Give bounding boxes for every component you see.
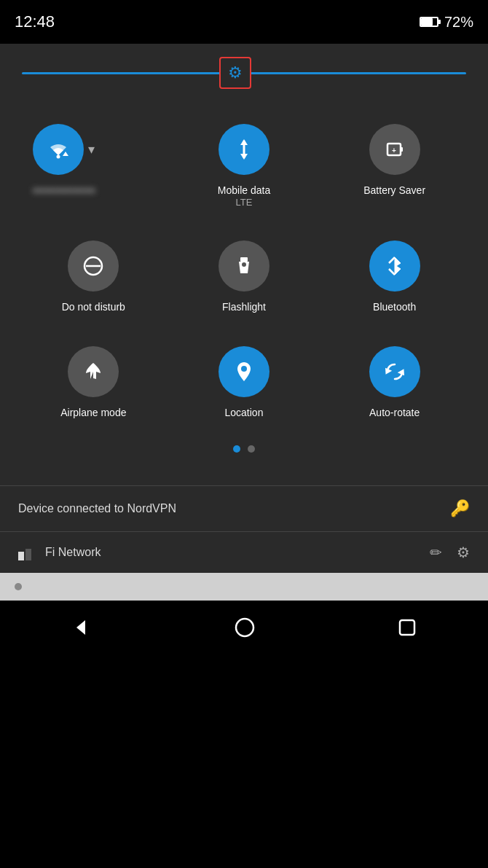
quick-tiles-grid: ▾ ●●●●●●●●●●● Mobile data LTE <box>22 109 466 431</box>
tile-airplane-mode[interactable]: Airplane mode <box>22 332 165 430</box>
svg-rect-8 <box>401 147 403 152</box>
vpn-text: Device connected to NordVPN <box>18 502 176 515</box>
battery-saver-label: Battery Saver <box>363 184 425 197</box>
location-icon <box>231 359 257 385</box>
svg-marker-19 <box>18 552 24 560</box>
fi-network-label: Fi Network <box>45 546 419 559</box>
home-search-dot <box>15 583 22 590</box>
battery-saver-icon-circle: + <box>369 124 420 175</box>
svg-marker-17 <box>382 366 392 375</box>
wifi-ssid: ●●●●●●●●●●● <box>33 185 95 195</box>
brightness-thumb-wrapper: ⚙ <box>219 57 251 89</box>
svg-marker-20 <box>25 549 31 560</box>
bluetooth-icon-circle <box>369 241 420 292</box>
tile-bluetooth[interactable]: Bluetooth <box>323 226 466 324</box>
brightness-thumb[interactable]: ⚙ <box>219 57 251 89</box>
auto-rotate-icon <box>382 359 408 385</box>
location-icon-circle <box>219 346 269 397</box>
airplane-mode-label: Airplane mode <box>60 406 126 419</box>
svg-line-15 <box>389 257 395 263</box>
nav-recents-button[interactable] <box>397 617 417 638</box>
svg-marker-2 <box>63 152 68 156</box>
fi-edit-icon[interactable]: ✏ <box>430 544 442 561</box>
flashlight-label: Flashlight <box>222 300 266 313</box>
status-bar: 12:48 72% <box>0 0 488 44</box>
dnd-label: Do not disturb <box>62 300 125 313</box>
status-right: 72% <box>420 14 473 31</box>
nav-bar <box>0 601 488 655</box>
nav-home-button[interactable] <box>234 617 256 638</box>
svg-text:+: + <box>392 146 396 155</box>
auto-rotate-icon-circle <box>369 346 420 397</box>
vpn-key-icon: 🔑 <box>450 499 470 518</box>
status-time: 12:48 <box>15 12 55 31</box>
svg-point-13 <box>242 262 246 267</box>
battery-saver-icon: + <box>382 136 408 163</box>
wifi-top: ▾ <box>33 124 95 175</box>
svg-line-14 <box>389 269 395 275</box>
fi-settings-icon[interactable]: ⚙ <box>457 544 470 561</box>
brightness-gear-icon: ⚙ <box>228 63 243 82</box>
airplane-mode-icon <box>80 359 106 385</box>
svg-marker-6 <box>240 154 248 160</box>
bluetooth-icon <box>382 253 408 279</box>
location-label: Location <box>225 406 264 419</box>
page-dots <box>22 445 466 453</box>
svg-rect-23 <box>400 620 414 635</box>
airplane-mode-icon-circle <box>68 346 119 397</box>
svg-marker-21 <box>76 620 85 635</box>
svg-marker-18 <box>397 370 406 378</box>
battery-percentage: 72% <box>444 14 473 31</box>
nav-home-icon <box>234 617 256 638</box>
quick-settings-panel: ⚙ ▾ ●●●●●●●● <box>0 44 488 485</box>
auto-rotate-label: Auto-rotate <box>369 406 420 419</box>
tile-auto-rotate[interactable]: Auto-rotate <box>323 332 466 430</box>
page-dot-1[interactable] <box>233 445 240 453</box>
tile-flashlight[interactable]: Flashlight <box>173 226 316 324</box>
brightness-row[interactable]: ⚙ <box>22 58 466 87</box>
wifi-chevron-icon: ▾ <box>88 141 95 157</box>
svg-point-1 <box>57 155 60 159</box>
wifi-icon-circle <box>33 124 84 175</box>
mobile-data-icon-circle <box>219 124 269 175</box>
page-dot-2[interactable] <box>248 445 255 453</box>
tile-mobile-data[interactable]: Mobile data LTE <box>173 109 316 219</box>
fi-actions: ✏ ⚙ <box>430 544 470 561</box>
nav-recents-icon <box>397 617 417 638</box>
bluetooth-label: Bluetooth <box>373 300 416 313</box>
nav-back-button[interactable] <box>71 617 93 638</box>
fi-signal-icon <box>18 544 34 560</box>
dnd-icon-circle <box>68 241 119 292</box>
battery-icon <box>420 17 438 27</box>
svg-rect-12 <box>240 257 248 262</box>
nav-back-icon <box>71 617 93 638</box>
brightness-slider[interactable]: ⚙ <box>22 58 466 87</box>
dnd-icon <box>80 253 106 279</box>
flashlight-icon-circle <box>219 241 269 292</box>
fi-network-row[interactable]: Fi Network ✏ ⚙ <box>0 531 488 573</box>
vpn-notification-row[interactable]: Device connected to NordVPN 🔑 <box>0 485 488 531</box>
svg-point-16 <box>241 366 247 372</box>
svg-point-22 <box>236 619 253 636</box>
mobile-data-icon <box>231 136 257 163</box>
wifi-icon <box>44 136 72 163</box>
tile-do-not-disturb[interactable]: Do not disturb <box>22 226 165 324</box>
mobile-data-sublabel: LTE <box>236 197 253 208</box>
home-search-bar[interactable] <box>0 573 488 601</box>
tile-wifi[interactable]: ▾ ●●●●●●●●●●● <box>22 109 165 219</box>
tile-battery-saver[interactable]: + Battery Saver <box>323 109 466 219</box>
mobile-data-label: Mobile data <box>218 184 270 197</box>
tile-location[interactable]: Location <box>173 332 316 430</box>
svg-marker-4 <box>240 139 248 145</box>
flashlight-icon <box>231 253 257 279</box>
